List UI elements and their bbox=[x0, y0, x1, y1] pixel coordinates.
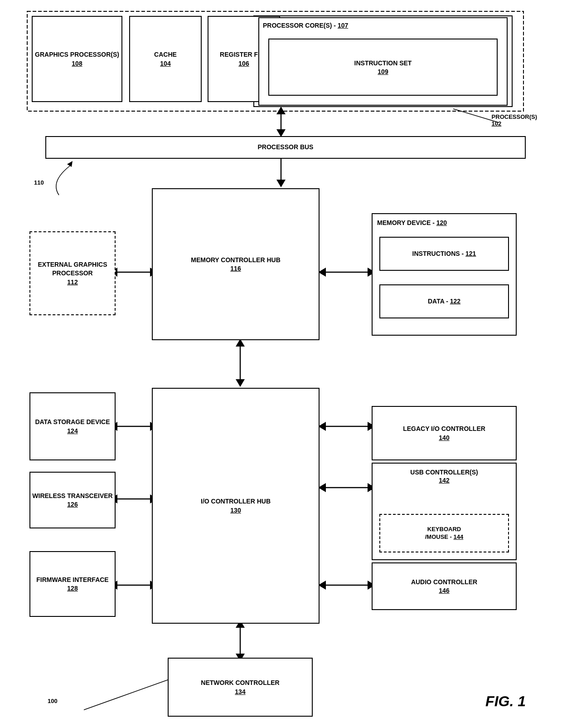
io-controller-hub-box: I/O CONTROLLER HUB 130 bbox=[152, 388, 320, 624]
fig-label: FIG. 1 bbox=[485, 693, 526, 710]
processors-label: PROCESSOR(S) 102 bbox=[492, 113, 537, 127]
svg-marker-4 bbox=[276, 107, 286, 114]
svg-marker-39 bbox=[67, 161, 73, 167]
data-box: DATA - 122 bbox=[379, 284, 509, 318]
ref-110: 110 bbox=[34, 179, 44, 186]
processor-bus-box: PROCESSOR BUS bbox=[45, 136, 526, 159]
firmware-interface-box: FIRMWARE INTERFACE 128 bbox=[29, 551, 116, 617]
svg-marker-17 bbox=[236, 379, 245, 387]
svg-marker-8 bbox=[276, 180, 286, 187]
legacy-io-box: LEGACY I/O CONTROLLER 140 bbox=[372, 406, 517, 460]
processor-core-outer: PROCESSOR CORE(S) - 107 INSTRUCTION SET … bbox=[258, 17, 508, 106]
graphics-processor-box: GRAPHICS PROCESSOR(S) 108 bbox=[32, 16, 122, 102]
diagram: PROCESSOR(S) 102 GRAPHICS PROCESSOR(S) 1… bbox=[0, 0, 562, 728]
network-controller-box: NETWORK CONTROLLER 134 bbox=[168, 658, 313, 717]
memory-controller-hub-box: MEMORY CONTROLLER HUB 116 bbox=[152, 188, 320, 340]
memory-device-box: MEMORY DEVICE - 120 INSTRUCTIONS - 121 D… bbox=[372, 213, 517, 336]
usb-label: USB CONTROLLER(S)142 bbox=[373, 468, 516, 484]
memory-device-label: MEMORY DEVICE - 120 bbox=[377, 219, 511, 227]
instruction-set-box: INSTRUCTION SET 109 bbox=[268, 39, 498, 96]
wireless-transceiver-box: WIRELESS TRANSCEIVER 126 bbox=[29, 472, 116, 528]
usb-outer-box: USB CONTROLLER(S)142 KEYBOARD/MOUSE - 14… bbox=[372, 463, 517, 560]
svg-line-40 bbox=[84, 676, 179, 710]
instructions-box: INSTRUCTIONS - 121 bbox=[379, 237, 509, 271]
keyboard-mouse-box: KEYBOARD/MOUSE - 144 bbox=[379, 514, 509, 552]
cache-box: CACHE 104 bbox=[129, 16, 202, 102]
audio-controller-box: AUDIO CONTROLLER 146 bbox=[372, 562, 517, 610]
processor-core-label: PROCESSOR CORE(S) - 107 bbox=[263, 22, 503, 29]
data-storage-box: DATA STORAGE DEVICE 124 bbox=[29, 392, 116, 460]
external-graphics-box: EXTERNAL GRAPHICS PROCESSOR 112 bbox=[29, 231, 116, 315]
ref-100: 100 bbox=[48, 698, 58, 704]
